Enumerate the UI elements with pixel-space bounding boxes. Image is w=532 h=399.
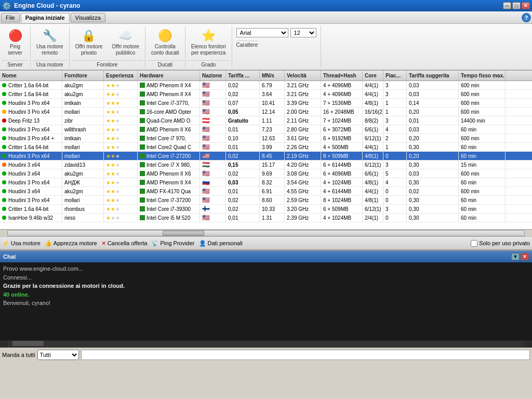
chat-hscroll[interactable] [0,340,532,348]
menu-file[interactable]: File [1,13,20,22]
chat-recipient-select[interactable]: Tutti [37,350,79,360]
apprezza-motore-btn[interactable]: 👍 Apprezza motore [45,240,97,247]
col-fornitore[interactable]: Fornitore [62,71,104,81]
table-row[interactable]: Houdini 3 x64 aku2gm ★★★ AMD FX-4170 Qua… [0,187,532,196]
elenco-fornitori-button[interactable]: ⭐ Elenco fornitoriper esperienza [188,26,230,59]
col-tempo-fisso[interactable]: Tempo fisso max. [459,71,506,81]
cell-tempo-fisso: 60 min [459,214,506,222]
solo-uso-privato-check[interactable]: Solo per uso privato [471,240,530,247]
cell-core: 2/4(1) [363,214,383,222]
cell-nome: Critter 1.6a 64-bit [0,81,62,89]
cell-esperienza: ★★★ [104,161,138,169]
chat-message-input[interactable] [81,350,530,360]
offri-privato-button[interactable]: 🔒 Offri motoreprivato [72,26,107,59]
col-core[interactable]: Core [363,71,383,81]
table-row[interactable]: Houdini 3 x64 zdavid13 ★★★ Intel Core i7… [0,161,532,169]
cell-thread-hash: 4 + 500MB [321,143,363,151]
cell-tariffa-suggerita: 0,02 [407,187,459,195]
cell-mns: 8.32 [260,178,285,187]
cell-fornitore: aku2gm [62,90,104,98]
usa-motore-toolbar-btn[interactable]: ⚡ Usa motore [2,240,41,247]
ribbon-group-ducati: 🟡 Controllaconto ducati Ducati [145,26,185,68]
cell-core: 6/6(1) [363,125,383,134]
solo-checkbox[interactable] [471,240,477,247]
col-esperienza[interactable]: Esperienza [104,71,138,81]
table-row[interactable]: Critter 1.6a 64-bit aku2gm ★★★ AMD Pheno… [0,90,532,99]
engine-list[interactable]: Critter 1.6a 64-bit aku2gm ★★★ AMD Pheno… [0,81,532,229]
cell-tariffa-suggerita: 0,20 [407,134,459,142]
cell-fornitore: willthrash [62,125,104,134]
usa-motore-remoto-button[interactable]: 🔧 Usa motoreremoto [33,26,67,59]
col-mns[interactable]: MN/s [260,71,285,81]
table-row[interactable]: Critter 1.6a 64-bit mollari ★★★ Intel Co… [0,143,532,152]
cell-velocita: 3.20 GHz [285,205,321,213]
tab-pagina-iniziale[interactable]: Pagina iniziale [21,13,70,22]
cell-nazione: 🇺🇸 [200,143,226,151]
col-velocita[interactable]: Velocità [285,71,321,81]
status-dot [2,145,6,149]
cell-velocita: 2.59 GHz [285,196,321,204]
cell-piac: 2 [383,134,407,142]
controlla-ducati-button[interactable]: 🟡 Controllaconto ducati [148,26,183,59]
cell-core: 4/8(1) [363,196,383,204]
cell-tariffa-suggerita: 0,03 [407,81,459,89]
table-row[interactable]: Houdini 3 Pro x64 mollari ★★★ 16-core AM… [0,108,532,116]
tab-visualizza[interactable]: Visualizza [71,13,105,22]
font-family-select[interactable]: Arial [236,28,288,37]
offri-pubblico-button[interactable]: ☁️ Offri motorepubblico [108,26,143,59]
cell-thread-hash: 6 + 509MB [321,205,363,213]
chat-minimize-btn[interactable]: ▼ [511,253,520,260]
usa-motore-toolbar-label: Usa motore [11,240,41,246]
cell-tariffa-suggerita: 0,20 [407,152,459,160]
cell-core: 4/4(1) [363,90,383,98]
cell-tariffa: 0,01 [226,143,260,151]
horizontal-scrollbar[interactable] [0,229,532,236]
cell-tempo-fisso: 60 min [459,125,506,134]
table-row[interactable]: IvanHoe 9.46b w32 riess ★★★ Intel Core i… [0,214,532,222]
col-piac[interactable]: Piac... [383,71,407,81]
cell-hardware: AMD Phenom II X4 [138,90,200,98]
table-row[interactable]: Houdini 3 Pro x64 + imtkain ★★★ Intel Co… [0,134,532,143]
table-row[interactable]: Houdini 3 Pro x64 mollari ★★★ Intel Core… [0,152,532,161]
cell-piac: 0 [383,187,407,195]
minimize-button[interactable]: ─ [503,2,511,9]
font-size-select[interactable]: 12 [290,28,316,37]
maximize-button[interactable]: □ [512,2,521,9]
help-button[interactable]: ? [522,13,531,22]
grado-icon: ⭐ [202,29,216,43]
cell-core: 6/12(1) [363,161,383,169]
cell-thread-hash: 6 + 3072MB [321,125,363,134]
table-row[interactable]: Critter 1.6a 64-bit rhombus ★★★ Intel Co… [0,205,532,214]
col-nazione[interactable]: Nazione [200,71,226,81]
col-nome[interactable]: Nome [0,71,62,81]
cell-core: 4/8(1) [363,152,383,160]
cell-esperienza: ★★★ [104,108,138,116]
ping-provider-icon: 📡 [151,240,158,247]
col-thread-hash[interactable]: Thread+Hash [321,71,363,81]
chat-close-btn[interactable]: ✕ [521,253,529,260]
close-button[interactable]: ✕ [522,2,530,9]
table-row[interactable]: Houdini 3 x64 aku2gm ★★★ AMD Phenom II X… [0,169,532,178]
table-row[interactable]: Deep Fritz 13 zibr ★★★ Quad-Core AMD O 🇦… [0,116,532,125]
cell-tariffa-suggerita: 0,03 [407,125,459,134]
table-row[interactable]: Houdini 3 Pro x64 mollari ★★★ Intel Core… [0,196,532,205]
cancella-offerta-btn[interactable]: ✕ Cancella offerta [101,240,148,247]
cell-tariffa: 0,02 [226,205,260,213]
chat-header: Chat ▼ ✕ [0,251,532,262]
table-row[interactable]: Houdini 3 Pro x64 imtkain ★★★ Intel Core… [0,99,532,108]
cell-thread-hash: 6 + 9192MB [321,134,363,142]
cell-tariffa-suggerita: 0,30 [407,196,459,204]
col-tariffa[interactable]: Tariffa ... [226,71,260,81]
dati-personali-btn[interactable]: 👤 Dati personali [199,240,243,247]
status-dot [2,171,6,176]
cell-nome: Houdini 3 Pro x64 [0,152,62,160]
cell-hardware: Intel Core i7-39300 [138,205,200,213]
ping-provider-btn[interactable]: 📡 Ping Provider [151,240,194,247]
cell-hardware: AMD FX-4170 Qua [138,187,200,195]
table-row[interactable]: Houdini 3 Pro x64 АНДЖ ★★★ AMD Phenom II… [0,178,532,187]
col-tariffa-suggerita[interactable]: Tariffa suggerita [407,71,459,81]
col-hardware[interactable]: Hardware [138,71,200,81]
table-row[interactable]: Houdini 3 Pro x64 willthrash ★★★ AMD Phe… [0,125,532,134]
ping-server-button[interactable]: 🔴 Pingserver [2,26,28,59]
table-row[interactable]: Critter 1.6a 64-bit aku2gm ★★★ AMD Pheno… [0,81,532,90]
